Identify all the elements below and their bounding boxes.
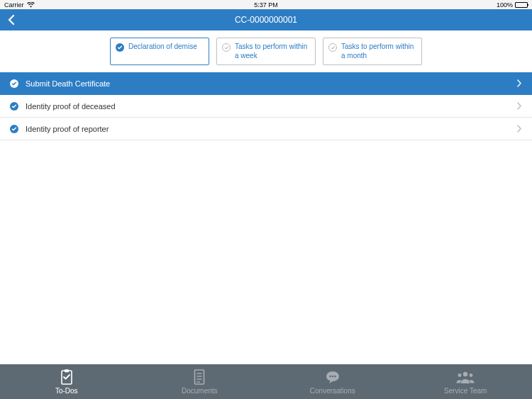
svg-point-13 (470, 373, 473, 377)
bottom-nav-todos[interactable]: To-Dos (0, 364, 133, 399)
svg-point-10 (334, 376, 336, 378)
tab-label: Tasks to perform within a month (341, 43, 416, 60)
checkmark-circle-icon (116, 43, 124, 52)
tab-tasks-month[interactable]: Tasks to perform within a month (323, 38, 422, 65)
battery-pct: 100% (497, 1, 513, 9)
svg-rect-1 (65, 369, 69, 372)
status-left: Carrier (4, 1, 35, 9)
status-right: 100% (497, 1, 528, 9)
wifi-icon (27, 2, 35, 8)
clipboard-icon (59, 369, 74, 386)
chevron-right-icon (516, 102, 522, 110)
back-button[interactable] (7, 14, 17, 26)
list-item[interactable]: Identity proof of deceased (0, 95, 532, 118)
svg-point-9 (331, 376, 333, 378)
bottom-nav-conversations[interactable]: Conversations (266, 364, 399, 399)
carrier-label: Carrier (4, 1, 24, 9)
status-bar: Carrier 5:37 PM 100% (0, 0, 532, 9)
svg-point-8 (329, 376, 331, 378)
checkmark-circle-icon (10, 79, 18, 88)
status-time: 5:37 PM (254, 1, 278, 9)
list-item[interactable]: Identity proof of reporter (0, 118, 532, 140)
tab-declaration-of-demise[interactable]: Declaration of demise (110, 38, 209, 65)
svg-point-12 (458, 373, 462, 377)
battery-icon (515, 2, 528, 8)
chevron-right-icon (516, 125, 522, 133)
list-item-label: Submit Death Certificate (26, 79, 516, 88)
bottom-nav: To-Dos Documents Conversations Service T… (0, 364, 532, 399)
chat-icon (324, 369, 341, 386)
tab-row: Declaration of demise Tasks to perform w… (0, 30, 532, 72)
tab-label: Declaration of demise (128, 43, 197, 52)
chevron-right-icon (516, 79, 522, 87)
bottom-nav-label: To-Dos (55, 387, 78, 395)
bottom-nav-label: Service Team (444, 387, 487, 395)
tab-label: Tasks to perform within a week (235, 43, 310, 60)
list-item[interactable]: Submit Death Certificate (0, 72, 532, 95)
page-title: CC-0000000001 (0, 15, 532, 25)
bottom-nav-label: Conversations (310, 387, 355, 395)
document-icon (192, 369, 206, 386)
nav-bar: CC-0000000001 (0, 9, 532, 30)
list-item-label: Identity proof of deceased (26, 102, 516, 111)
bottom-nav-label: Documents (182, 387, 218, 395)
checkmark-circle-outline-icon (328, 43, 337, 52)
bottom-nav-service-team[interactable]: Service Team (399, 364, 533, 399)
todo-list: Submit Death Certificate Identity proof … (0, 72, 532, 140)
bottom-nav-documents[interactable]: Documents (133, 364, 267, 399)
team-icon (455, 369, 475, 386)
checkmark-circle-icon (10, 102, 18, 111)
tab-tasks-week[interactable]: Tasks to perform within a week (216, 38, 316, 65)
checkmark-circle-icon (10, 125, 18, 133)
checkmark-circle-outline-icon (222, 43, 231, 52)
list-item-label: Identity proof of reporter (26, 125, 516, 133)
svg-point-11 (463, 372, 467, 376)
